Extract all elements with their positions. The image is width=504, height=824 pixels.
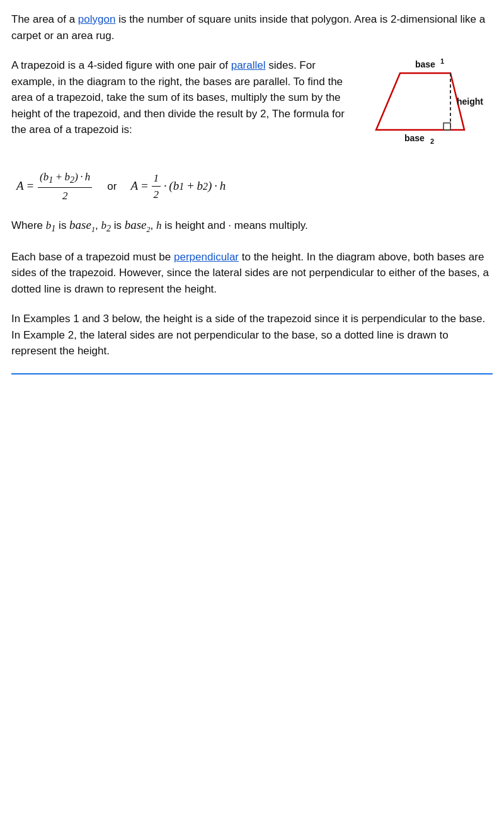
trapezoid-diagram: base 1 height base 2 <box>360 57 493 155</box>
where-paragraph: Where b1 is base1, b2 is base2, h is hei… <box>11 215 493 236</box>
perpendicular-link[interactable]: perpendicular <box>174 251 239 263</box>
intro-paragraph: The area of a polygon is the number of s… <box>11 11 493 44</box>
formula-main: A = (b1 + b2) · h 2 <box>16 169 93 204</box>
b1-var: b1 <box>46 219 56 231</box>
formula-numerator: (b1 + b2) · h <box>38 169 92 188</box>
base2-word: base2 <box>125 218 151 231</box>
trapezoid-description: A trapezoid is a 4-sided figure with one… <box>11 57 354 138</box>
trapezoid-svg: base 1 height base 2 <box>364 57 490 155</box>
formula-section: A = (b1 + b2) · h 2 or A = 1 2 · (b1 + b… <box>11 169 493 204</box>
formula-alt: A = 1 2 · (b1 + b2) · h <box>130 170 226 203</box>
examples-section: In Examples 1 and 3 below, the height is… <box>11 311 493 359</box>
height-label: height <box>457 96 483 107</box>
base2-sub: 2 <box>430 137 434 145</box>
base1-label: base <box>415 59 435 69</box>
formula-denominator: 2 <box>60 188 70 204</box>
perp-paragraph: Each base of a trapezoid must be perpend… <box>11 249 493 298</box>
polygon-link[interactable]: polygon <box>78 13 116 25</box>
bottom-rule <box>11 373 493 374</box>
base2-label: base <box>404 133 425 143</box>
perp-section: Each base of a trapezoid must be perpend… <box>11 249 493 298</box>
parallel-link[interactable]: parallel <box>231 59 266 71</box>
base1-sub: 1 <box>440 57 444 65</box>
formula-alt-half-den: 2 <box>152 187 161 203</box>
b2-var: b2 <box>101 219 111 231</box>
formula-alt-half-num: 1 <box>152 170 161 187</box>
base1-word: base1 <box>69 218 95 231</box>
trapezoid-text: A trapezoid is a 4-sided figure with one… <box>11 57 354 155</box>
formula-alt-half: 1 2 <box>152 170 161 203</box>
formula-fraction: (b1 + b2) · h 2 <box>38 169 92 204</box>
where-section: Where b1 is base1, b2 is base2, h is hei… <box>11 215 493 236</box>
trapezoid-section: A trapezoid is a 4-sided figure with one… <box>11 57 493 155</box>
or-label: or <box>107 178 117 195</box>
h-var: h <box>156 219 162 231</box>
right-angle-indicator <box>444 123 450 130</box>
examples-paragraph: In Examples 1 and 3 below, the height is… <box>11 311 493 359</box>
